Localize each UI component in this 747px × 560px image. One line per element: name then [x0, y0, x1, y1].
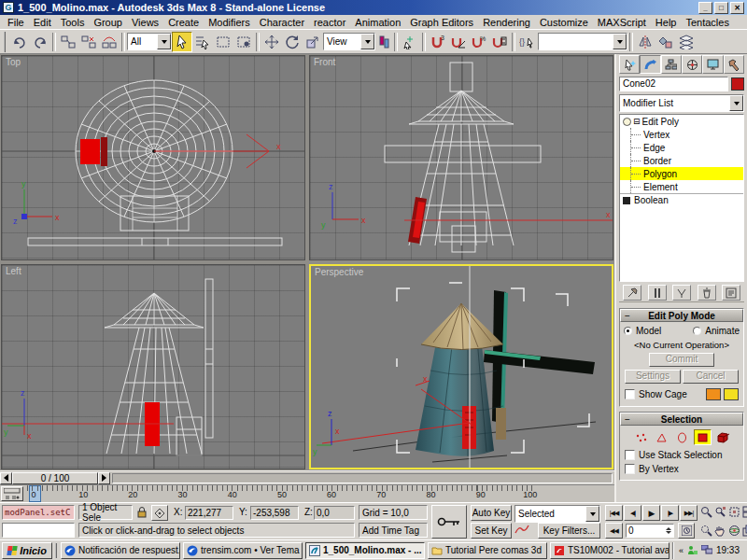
- collapse-icon[interactable]: ⊟: [633, 117, 641, 126]
- pin-stack-button[interactable]: [623, 285, 641, 301]
- stack-subitem-polygon[interactable]: Polygon: [620, 167, 743, 180]
- play-button[interactable]: ▶: [642, 505, 660, 521]
- minimize-button[interactable]: _: [698, 2, 712, 14]
- window-crossing-toggle-button[interactable]: [233, 32, 254, 52]
- cage-color-swatch[interactable]: [706, 388, 721, 400]
- z-coord-field[interactable]: 0,0: [314, 506, 355, 520]
- spinner-snap-button[interactable]: [489, 32, 510, 52]
- y-coord-field[interactable]: -253,598: [250, 506, 299, 520]
- stack-subitem-edge[interactable]: Edge: [620, 141, 743, 154]
- task-mail-notification[interactable]: Notificación de respuest...: [61, 542, 180, 559]
- mini-curve-editor-button[interactable]: [1, 486, 23, 501]
- maxscript-input[interactable]: [2, 523, 75, 538]
- task-pdf-tutorial[interactable]: TS10M002 - Tutorial ava...: [550, 542, 669, 559]
- snap-toggle-3d-button[interactable]: 3: [428, 32, 448, 52]
- stack-item-edit-poly[interactable]: ⊟ Edit Poly: [620, 115, 743, 128]
- select-and-scale-button[interactable]: [303, 32, 323, 52]
- tab-hierarchy[interactable]: [661, 55, 682, 74]
- menu-edit[interactable]: Edit: [29, 17, 56, 28]
- default-in-out-tangent-button[interactable]: [514, 524, 529, 536]
- menu-rendering[interactable]: Rendering: [478, 17, 535, 28]
- toolbar-grip[interactable]: [4, 32, 7, 52]
- time-slider-handle[interactable]: 0 / 100: [12, 472, 98, 484]
- make-unique-button[interactable]: [672, 285, 691, 301]
- frame-spinner[interactable]: [666, 527, 671, 534]
- select-by-name-button[interactable]: [192, 32, 213, 52]
- object-color-swatch[interactable]: [731, 77, 744, 91]
- model-radio[interactable]: [624, 327, 632, 335]
- maxscript-mini-listener[interactable]: modPanel.setC: [2, 505, 75, 520]
- menu-maxscript[interactable]: MAXScript: [593, 17, 651, 28]
- select-and-move-button[interactable]: [261, 32, 282, 52]
- use-pivot-point-button[interactable]: [375, 32, 392, 52]
- modifier-list-dropdown[interactable]: Modifier List: [619, 94, 744, 112]
- menu-views[interactable]: Views: [127, 17, 163, 28]
- reference-coordinate-dropdown[interactable]: View: [323, 33, 375, 50]
- percent-snap-button[interactable]: %: [469, 32, 489, 52]
- select-and-manipulate-button[interactable]: [400, 32, 420, 52]
- stack-subitem-vertex[interactable]: Vertex: [620, 128, 743, 141]
- task-browser-trensim[interactable]: trensim.com • Ver Tema ...: [183, 542, 303, 559]
- polygon-subobject-button[interactable]: [694, 429, 712, 445]
- use-stack-selection-checkbox[interactable]: [625, 450, 635, 460]
- border-subobject-button[interactable]: [673, 429, 691, 445]
- remove-modifier-button[interactable]: [698, 285, 716, 301]
- select-and-link-button[interactable]: [58, 32, 78, 52]
- title-bar[interactable]: G 1_500_Molino.max - Autodesk 3ds Max 8 …: [0, 0, 747, 15]
- unlink-button[interactable]: [78, 32, 99, 52]
- pan-button[interactable]: [714, 525, 726, 537]
- viewport-perspective[interactable]: Perspective: [309, 264, 613, 469]
- tab-create[interactable]: [619, 55, 640, 74]
- hide-icons-chevron[interactable]: «: [679, 546, 684, 555]
- current-frame-field[interactable]: 0: [626, 524, 674, 538]
- stack-subitem-element[interactable]: Element: [620, 180, 743, 193]
- menu-help[interactable]: Help: [651, 17, 682, 28]
- align-button[interactable]: [655, 32, 676, 52]
- viewport-top[interactable]: Top: [1, 55, 305, 260]
- mirror-button[interactable]: [635, 32, 655, 52]
- rectangular-selection-region-button[interactable]: [213, 32, 233, 52]
- menu-create[interactable]: Create: [163, 17, 204, 28]
- edit-named-selections-button[interactable]: {}: [517, 32, 538, 52]
- zoom-button[interactable]: [700, 506, 712, 518]
- viewport-left[interactable]: Left z: [1, 264, 305, 469]
- tab-utilities[interactable]: [724, 55, 744, 74]
- task-3dsmax[interactable]: 1_500_Molino.max - ...: [305, 542, 425, 559]
- arc-rotate-button[interactable]: [728, 525, 740, 537]
- time-configuration-button[interactable]: [678, 523, 695, 539]
- previous-frame-button[interactable]: ◀|: [624, 505, 641, 521]
- vertex-subobject-button[interactable]: [632, 429, 650, 445]
- show-end-result-button[interactable]: [648, 285, 667, 301]
- x-coord-field[interactable]: 221,277: [185, 506, 233, 520]
- edge-subobject-button[interactable]: [653, 429, 670, 445]
- element-subobject-button[interactable]: [714, 429, 732, 445]
- cage-selected-color-swatch[interactable]: [724, 388, 739, 400]
- by-vertex-checkbox[interactable]: [625, 464, 635, 474]
- task-folder-tutorial[interactable]: Tutorial Pere comas 3d: [428, 542, 547, 559]
- selection-filter-dropdown[interactable]: All: [127, 33, 172, 50]
- close-button[interactable]: ✕: [730, 2, 744, 14]
- messenger-tray-icon[interactable]: [687, 545, 698, 555]
- menu-file[interactable]: File: [3, 17, 29, 28]
- track-bar[interactable]: 0 10 20 30 40 50 60 70 80 90 100: [0, 484, 614, 502]
- undo-button[interactable]: [9, 32, 30, 52]
- zoom-extents-all-button[interactable]: [742, 506, 747, 518]
- set-keys-button[interactable]: [431, 505, 467, 539]
- bind-to-space-warp-button[interactable]: [99, 32, 120, 52]
- next-frame-button[interactable]: |▶: [661, 505, 679, 521]
- stack-item-boolean[interactable]: Boolean: [620, 193, 743, 206]
- selection-lock-toggle[interactable]: [136, 506, 148, 519]
- go-to-end-button[interactable]: ▶▶|: [680, 505, 698, 521]
- stack-subitem-border[interactable]: Border: [620, 154, 743, 167]
- start-button[interactable]: Inicio: [2, 542, 52, 559]
- menu-customize[interactable]: Customize: [535, 17, 593, 28]
- menu-group[interactable]: Group: [89, 17, 127, 28]
- menu-tentacles[interactable]: Tentacles: [681, 17, 733, 28]
- menu-graph-editors[interactable]: Graph Editors: [405, 17, 478, 28]
- configure-modifier-sets-button[interactable]: [722, 285, 740, 301]
- selection-header[interactable]: − Selection: [620, 413, 743, 426]
- menu-tools[interactable]: Tools: [56, 17, 90, 28]
- tab-motion[interactable]: [682, 55, 702, 74]
- menu-reactor[interactable]: reactor: [309, 17, 350, 28]
- zoom-extents-button[interactable]: [728, 506, 740, 518]
